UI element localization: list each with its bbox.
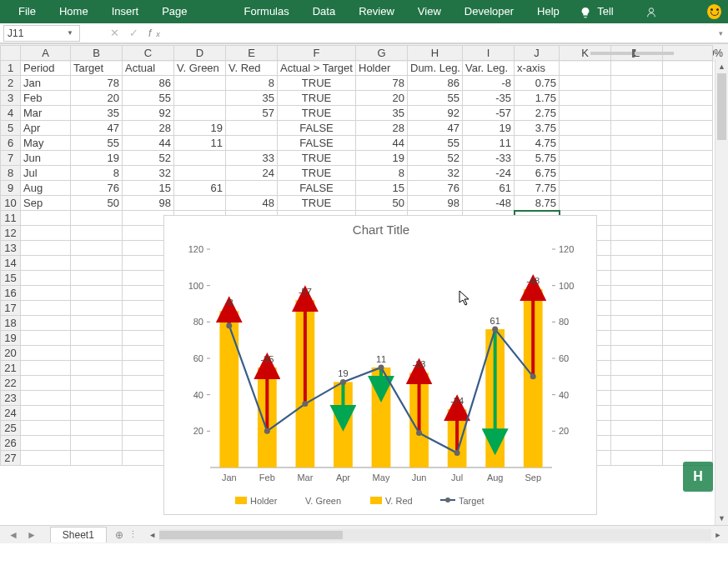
cell[interactable]: -35 (463, 91, 515, 106)
cell[interactable] (71, 226, 123, 241)
vertical-scrollbar[interactable]: ▲ ▼ (715, 60, 728, 525)
col-header-H[interactable]: H (408, 46, 463, 61)
cell[interactable]: TRUE (278, 106, 356, 121)
col-header-J[interactable]: J (515, 46, 560, 61)
ribbon-tab-home[interactable]: Home (48, 0, 100, 23)
row-header-24[interactable]: 24 (1, 406, 21, 421)
cell[interactable] (226, 121, 278, 136)
cell[interactable]: Mar (21, 106, 71, 121)
cell[interactable]: -57 (463, 106, 515, 121)
cell[interactable]: 19 (174, 121, 226, 136)
row-header-17[interactable]: 17 (1, 301, 21, 316)
cell[interactable]: 4.75 (515, 136, 560, 151)
col-header-D[interactable]: D (174, 46, 226, 61)
cell[interactable] (71, 451, 123, 466)
cell[interactable] (174, 106, 226, 121)
feedback-smiley-icon[interactable] (707, 4, 721, 19)
horizontal-scrollbar[interactable]: ◄ ► (146, 528, 725, 542)
cell[interactable] (71, 391, 123, 406)
cell[interactable] (21, 391, 71, 406)
cell[interactable] (71, 271, 123, 286)
cell[interactable]: Target (71, 61, 123, 76)
cell[interactable]: 47 (408, 121, 463, 136)
cell[interactable] (174, 91, 226, 106)
row-header-5[interactable]: 5 (1, 121, 21, 136)
cell[interactable] (174, 166, 226, 181)
cell[interactable] (611, 271, 663, 286)
cell[interactable] (21, 256, 71, 271)
cell[interactable]: 20 (71, 91, 123, 106)
row-header-18[interactable]: 18 (1, 316, 21, 331)
cell[interactable] (21, 316, 71, 331)
chevron-down-icon[interactable]: ▼ (64, 29, 76, 37)
cell[interactable]: 5.75 (515, 151, 560, 166)
cell[interactable] (611, 301, 663, 316)
cell[interactable]: Holder (356, 61, 408, 76)
scroll-thumb-horizontal[interactable] (159, 531, 343, 539)
row-header-3[interactable]: 3 (1, 91, 21, 106)
row-header-22[interactable]: 22 (1, 376, 21, 391)
cell[interactable] (611, 346, 663, 361)
cell[interactable]: 28 (123, 121, 174, 136)
cell[interactable] (611, 226, 663, 241)
cell[interactable]: 28 (356, 121, 408, 136)
cell[interactable]: 20 (356, 91, 408, 106)
cell[interactable]: 78 (356, 76, 408, 91)
cell[interactable] (611, 421, 663, 436)
cell[interactable]: 98 (123, 196, 174, 211)
cell[interactable]: 7.75 (515, 181, 560, 196)
cell[interactable]: 76 (71, 181, 123, 196)
col-header-I[interactable]: I (463, 46, 515, 61)
scroll-right-icon[interactable]: ► (711, 531, 725, 539)
cell[interactable] (611, 436, 663, 451)
cell[interactable] (611, 211, 663, 226)
cell[interactable] (611, 256, 663, 271)
cell[interactable]: 50 (71, 196, 123, 211)
tab-scroll-splitter[interactable]: ⋮ (123, 529, 143, 540)
name-box[interactable]: J11 ▼ (3, 25, 80, 42)
cell[interactable] (611, 316, 663, 331)
cell[interactable]: 19 (356, 151, 408, 166)
cell[interactable] (560, 166, 611, 181)
tab-nav-prev-icon[interactable]: ◄ (8, 529, 18, 541)
cell[interactable]: 55 (408, 91, 463, 106)
cell[interactable] (71, 241, 123, 256)
cell[interactable] (71, 406, 123, 421)
cell[interactable] (21, 361, 71, 376)
cell[interactable]: 35 (226, 91, 278, 106)
cell[interactable] (611, 76, 663, 91)
cell[interactable]: 24 (226, 166, 278, 181)
cell[interactable]: 33 (226, 151, 278, 166)
cell[interactable]: TRUE (278, 91, 356, 106)
formula-expand-icon[interactable]: ▾ (713, 29, 728, 38)
cell[interactable]: V. Green (174, 61, 226, 76)
cell[interactable] (611, 406, 663, 421)
cell[interactable] (71, 256, 123, 271)
cell[interactable]: 35 (71, 106, 123, 121)
cell[interactable]: 78 (71, 76, 123, 91)
cell[interactable]: x-axis (515, 61, 560, 76)
row-header-12[interactable]: 12 (1, 226, 21, 241)
zoom-slider[interactable] (590, 52, 674, 55)
cell[interactable]: Var. Leg. (463, 61, 515, 76)
row-header-6[interactable]: 6 (1, 136, 21, 151)
cell[interactable] (21, 226, 71, 241)
cell[interactable]: -24 (463, 166, 515, 181)
cell[interactable]: 8 (356, 166, 408, 181)
row-header-20[interactable]: 20 (1, 346, 21, 361)
col-header-F[interactable]: F (278, 46, 356, 61)
cell[interactable] (71, 301, 123, 316)
ribbon-tab-help[interactable]: Help (525, 0, 571, 23)
cell[interactable]: -33 (463, 151, 515, 166)
cell[interactable]: 11 (463, 136, 515, 151)
cell[interactable] (21, 331, 71, 346)
cell[interactable]: 8.75 (515, 196, 560, 211)
cell[interactable]: 61 (463, 181, 515, 196)
cell[interactable] (611, 106, 663, 121)
ribbon-tab-review[interactable]: Review (347, 0, 406, 23)
row-header-1[interactable]: 1 (1, 61, 21, 76)
row-header-26[interactable]: 26 (1, 436, 21, 451)
row-header-25[interactable]: 25 (1, 421, 21, 436)
cell[interactable] (71, 361, 123, 376)
cell[interactable]: 11 (174, 136, 226, 151)
